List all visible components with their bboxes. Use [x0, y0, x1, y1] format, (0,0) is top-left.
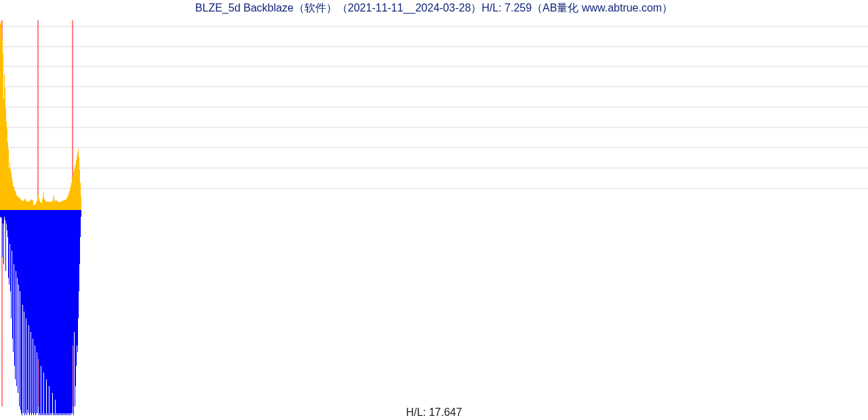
svg-rect-106 — [64, 201, 64, 210]
svg-rect-150 — [12, 210, 13, 339]
svg-rect-13 — [1, 24, 1, 210]
svg-rect-188 — [38, 210, 39, 359]
svg-rect-97 — [58, 202, 58, 210]
svg-rect-173 — [28, 210, 28, 413]
svg-rect-172 — [27, 210, 28, 410]
svg-rect-157 — [17, 210, 18, 278]
svg-rect-50 — [26, 201, 26, 210]
svg-rect-195 — [43, 210, 43, 415]
svg-rect-183 — [35, 210, 35, 345]
svg-rect-209 — [52, 210, 53, 393]
svg-rect-98 — [58, 202, 59, 210]
svg-rect-189 — [39, 210, 39, 415]
svg-rect-181 — [33, 210, 34, 415]
svg-rect-197 — [44, 210, 45, 415]
svg-rect-245 — [77, 210, 77, 345]
svg-rect-30 — [12, 182, 13, 210]
svg-rect-236 — [71, 210, 71, 415]
svg-rect-54 — [28, 202, 29, 210]
svg-rect-142 — [7, 210, 7, 230]
svg-rect-242 — [75, 210, 75, 406]
svg-rect-100 — [60, 203, 60, 210]
svg-rect-84 — [49, 201, 50, 210]
svg-rect-89 — [52, 201, 53, 210]
svg-rect-229 — [66, 210, 66, 413]
svg-rect-65 — [36, 202, 37, 210]
svg-rect-174 — [28, 210, 29, 325]
svg-rect-237 — [71, 210, 72, 413]
svg-rect-224 — [62, 210, 63, 415]
svg-rect-178 — [31, 210, 32, 415]
svg-rect-159 — [18, 210, 19, 285]
svg-rect-219 — [59, 210, 60, 413]
chart-title: BLZE_5d Backblaze（软件）（2021-11-11__2024-0… — [0, 1, 868, 16]
svg-rect-42 — [20, 199, 21, 210]
svg-rect-47 — [24, 200, 24, 210]
svg-rect-149 — [12, 210, 12, 251]
svg-rect-127 — [78, 149, 79, 210]
svg-rect-243 — [75, 210, 76, 386]
svg-rect-39 — [18, 197, 19, 210]
svg-rect-185 — [36, 210, 37, 413]
svg-rect-141 — [6, 210, 7, 224]
svg-rect-232 — [68, 210, 68, 415]
svg-rect-133 — [1, 210, 1, 218]
svg-rect-235 — [70, 210, 71, 413]
svg-rect-51 — [26, 201, 27, 210]
svg-rect-168 — [24, 210, 25, 415]
svg-rect-221 — [60, 210, 61, 413]
svg-rect-125 — [77, 156, 77, 210]
svg-rect-126 — [77, 152, 78, 210]
svg-rect-210 — [53, 210, 54, 415]
svg-rect-132 — [0, 210, 1, 217]
svg-rect-46 — [23, 201, 24, 210]
svg-rect-25 — [9, 168, 9, 210]
svg-rect-186 — [37, 210, 37, 352]
svg-rect-63 — [35, 205, 35, 210]
svg-rect-24 — [8, 149, 9, 210]
svg-rect-76 — [43, 192, 44, 210]
svg-rect-60 — [33, 201, 33, 210]
svg-rect-14 — [1, 27, 2, 210]
svg-rect-129 — [79, 169, 80, 210]
price-chart — [0, 0, 868, 420]
svg-rect-162 — [20, 210, 21, 410]
svg-rect-249 — [79, 210, 80, 264]
svg-rect-160 — [19, 210, 20, 406]
svg-rect-27 — [10, 169, 11, 210]
svg-rect-216 — [57, 210, 58, 415]
svg-rect-69 — [39, 198, 39, 210]
svg-rect-177 — [31, 210, 31, 332]
svg-rect-184 — [35, 210, 36, 415]
svg-rect-217 — [58, 210, 58, 413]
svg-rect-78 — [45, 201, 45, 210]
svg-rect-15 — [2, 39, 3, 210]
svg-rect-95 — [56, 201, 57, 210]
svg-rect-124 — [76, 160, 77, 210]
svg-rect-169 — [25, 210, 26, 413]
svg-rect-214 — [56, 210, 56, 415]
svg-rect-116 — [71, 186, 71, 210]
svg-rect-130 — [80, 183, 81, 210]
svg-rect-156 — [16, 210, 17, 386]
svg-rect-88 — [52, 202, 52, 210]
svg-rect-53 — [28, 201, 28, 210]
svg-rect-218 — [58, 210, 59, 415]
svg-rect-222 — [61, 210, 62, 415]
svg-rect-62 — [34, 205, 35, 210]
svg-rect-153 — [14, 210, 15, 366]
svg-rect-29 — [12, 177, 12, 210]
svg-rect-143 — [7, 210, 8, 237]
svg-rect-18 — [4, 75, 5, 210]
svg-rect-43 — [21, 200, 22, 210]
svg-rect-135 — [2, 210, 3, 257]
svg-rect-171 — [26, 210, 27, 415]
svg-rect-102 — [61, 201, 62, 210]
svg-rect-48 — [24, 199, 25, 210]
svg-rect-101 — [60, 202, 61, 210]
svg-rect-73 — [41, 203, 42, 210]
svg-rect-131 — [81, 196, 81, 210]
svg-rect-58 — [31, 199, 32, 210]
svg-rect-202 — [47, 210, 48, 413]
svg-rect-56 — [30, 201, 31, 210]
